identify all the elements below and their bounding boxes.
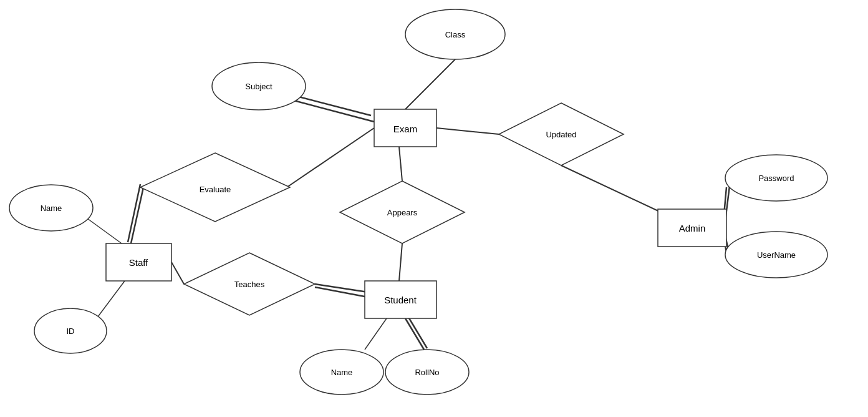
admin-label: Admin <box>679 223 706 233</box>
teaches-label: Teaches <box>234 280 265 289</box>
svg-line-1 <box>287 99 374 122</box>
svg-line-3 <box>287 128 374 187</box>
svg-line-16 <box>436 128 499 134</box>
exam-label: Exam <box>393 124 417 134</box>
student-rollno-label: RollNo <box>415 368 439 377</box>
student-label: Student <box>384 295 417 305</box>
svg-line-11 <box>365 318 387 350</box>
student-name-label: Name <box>331 368 353 377</box>
svg-line-0 <box>405 59 455 109</box>
appears-label: Appears <box>387 208 418 217</box>
class-label: Class <box>445 30 466 39</box>
svg-line-15 <box>399 243 402 281</box>
evaluate-label: Evaluate <box>200 185 231 194</box>
staff-label: Staff <box>129 257 148 268</box>
svg-line-17 <box>561 165 661 212</box>
admin-username-label: UserName <box>757 250 796 260</box>
svg-line-13 <box>408 317 427 348</box>
svg-line-14 <box>399 147 402 181</box>
svg-line-6 <box>87 218 122 243</box>
svg-line-7 <box>97 281 125 318</box>
er-diagram: Evaluate Appears Updated Teaches Exam St… <box>0 0 868 417</box>
svg-line-8 <box>171 262 184 284</box>
staff-id-label: ID <box>67 326 75 336</box>
admin-password-label: Password <box>758 174 794 183</box>
staff-name-label: Name <box>41 204 62 213</box>
updated-label: Updated <box>546 130 576 139</box>
subject-label: Subject <box>245 82 272 91</box>
svg-line-12 <box>405 318 424 350</box>
